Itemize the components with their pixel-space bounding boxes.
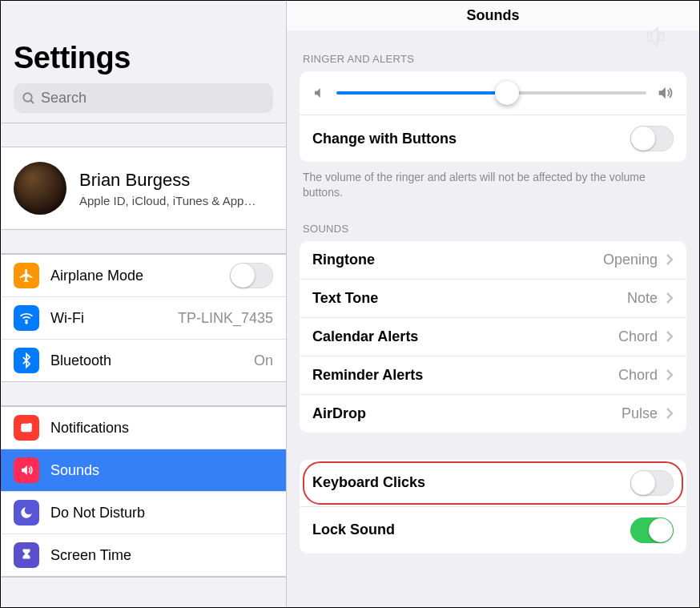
speaker-watermark-icon bbox=[643, 25, 672, 52]
sounds-label: Sounds bbox=[50, 462, 273, 479]
calendar-alerts-label: Calendar Alerts bbox=[312, 328, 618, 345]
sounds-panel: Ringtone Opening Text Tone Note Calendar… bbox=[300, 241, 686, 433]
lock-sound-row[interactable]: Lock Sound bbox=[300, 507, 686, 554]
change-with-buttons-row[interactable]: Change with Buttons bbox=[300, 115, 686, 162]
chevron-right-icon bbox=[666, 368, 674, 381]
sidebar-header: Settings bbox=[1, 1, 286, 123]
system-group: Notifications Sounds Do Not Disturb Scre… bbox=[1, 406, 286, 577]
sidebar-item-sounds[interactable]: Sounds bbox=[1, 449, 286, 492]
chevron-right-icon bbox=[666, 407, 674, 420]
slider-handle[interactable] bbox=[495, 81, 519, 105]
profile-name: Brian Burgess bbox=[79, 170, 255, 191]
wifi-value: TP-LINK_7435 bbox=[178, 310, 273, 327]
avatar bbox=[14, 162, 66, 215]
texttone-label: Text Tone bbox=[312, 290, 627, 307]
keyboard-clicks-toggle[interactable] bbox=[630, 470, 674, 496]
moon-icon bbox=[14, 500, 39, 525]
notifications-label: Notifications bbox=[50, 420, 273, 437]
detail-title: Sounds bbox=[287, 1, 699, 30]
notifications-icon bbox=[14, 415, 39, 441]
profile-group: Brian Burgess Apple ID, iCloud, iTunes &… bbox=[1, 147, 286, 230]
reminder-alerts-label: Reminder Alerts bbox=[312, 367, 618, 384]
search-icon bbox=[22, 91, 36, 106]
chevron-right-icon bbox=[666, 292, 674, 304]
settings-sidebar: Settings Brian Burgess Apple ID, iCloud,… bbox=[1, 1, 287, 607]
airplane-icon bbox=[14, 263, 39, 288]
hourglass-icon bbox=[14, 542, 39, 568]
ringtone-label: Ringtone bbox=[312, 252, 603, 268]
section-ringer-header: RINGER AND ALERTS bbox=[287, 30, 699, 71]
bluetooth-label: Bluetooth bbox=[50, 352, 254, 369]
section-sounds-header: SOUNDS bbox=[287, 200, 699, 241]
keyboard-clicks-label: Keyboard Clicks bbox=[312, 474, 630, 491]
settings-title: Settings bbox=[14, 41, 273, 75]
screentime-label: Screen Time bbox=[50, 547, 273, 564]
dnd-label: Do Not Disturb bbox=[50, 505, 273, 521]
svg-line-1 bbox=[30, 100, 34, 103]
volume-slider-row bbox=[300, 71, 686, 115]
search-input[interactable] bbox=[41, 90, 265, 107]
change-with-buttons-toggle[interactable] bbox=[630, 126, 674, 151]
ringtone-row[interactable]: Ringtone Opening bbox=[300, 241, 686, 280]
wifi-label: Wi-Fi bbox=[50, 310, 178, 327]
chevron-right-icon bbox=[666, 253, 674, 266]
sidebar-item-wifi[interactable]: Wi-Fi TP-LINK_7435 bbox=[1, 297, 286, 340]
bluetooth-value: On bbox=[254, 352, 273, 369]
volume-low-icon bbox=[312, 86, 327, 100]
ringtone-value: Opening bbox=[603, 252, 658, 268]
connectivity-group: Airplane Mode Wi-Fi TP-LINK_7435 Bluetoo… bbox=[1, 254, 286, 382]
svg-point-0 bbox=[23, 93, 32, 102]
texttone-row[interactable]: Text Tone Note bbox=[300, 280, 686, 318]
lock-sound-toggle[interactable] bbox=[630, 517, 674, 543]
sidebar-item-notifications[interactable]: Notifications bbox=[1, 407, 286, 449]
airplane-label: Airplane Mode bbox=[50, 268, 230, 284]
ringer-panel: Change with Buttons bbox=[300, 71, 686, 162]
chevron-right-icon bbox=[666, 330, 674, 343]
change-with-buttons-label: Change with Buttons bbox=[312, 131, 630, 147]
search-field[interactable] bbox=[14, 83, 273, 113]
wifi-icon bbox=[14, 305, 39, 331]
svg-rect-6 bbox=[660, 33, 664, 41]
svg-point-2 bbox=[26, 322, 27, 324]
volume-slider[interactable] bbox=[336, 91, 646, 95]
volume-high-icon bbox=[656, 84, 674, 102]
bluetooth-icon bbox=[14, 348, 39, 373]
sounds-icon bbox=[14, 457, 39, 483]
keyboard-clicks-row[interactable]: Keyboard Clicks bbox=[300, 460, 686, 507]
airdrop-row[interactable]: AirDrop Pulse bbox=[300, 395, 686, 433]
profile-row[interactable]: Brian Burgess Apple ID, iCloud, iTunes &… bbox=[1, 147, 286, 229]
reminder-alerts-row[interactable]: Reminder Alerts Chord bbox=[300, 356, 686, 395]
ringer-note: The volume of the ringer and alerts will… bbox=[287, 162, 687, 200]
sidebar-item-airplane[interactable]: Airplane Mode bbox=[1, 255, 286, 297]
reminder-alerts-value: Chord bbox=[618, 367, 658, 384]
svg-point-4 bbox=[28, 423, 32, 427]
svg-rect-5 bbox=[648, 33, 652, 41]
profile-sub: Apple ID, iCloud, iTunes & App… bbox=[79, 194, 255, 207]
sidebar-item-dnd[interactable]: Do Not Disturb bbox=[1, 492, 286, 534]
sidebar-item-screentime[interactable]: Screen Time bbox=[1, 534, 286, 576]
calendar-alerts-value: Chord bbox=[618, 328, 658, 345]
sidebar-item-bluetooth[interactable]: Bluetooth On bbox=[1, 340, 286, 381]
calendar-alerts-row[interactable]: Calendar Alerts Chord bbox=[300, 318, 686, 356]
detail-pane: Sounds RINGER AND ALERTS Change with But… bbox=[287, 1, 699, 607]
airdrop-value: Pulse bbox=[622, 405, 658, 422]
texttone-value: Note bbox=[627, 290, 658, 307]
airdrop-label: AirDrop bbox=[312, 405, 622, 422]
switches-panel: Keyboard Clicks Lock Sound bbox=[300, 460, 686, 554]
lock-sound-label: Lock Sound bbox=[312, 521, 630, 538]
airplane-toggle[interactable] bbox=[230, 263, 273, 288]
